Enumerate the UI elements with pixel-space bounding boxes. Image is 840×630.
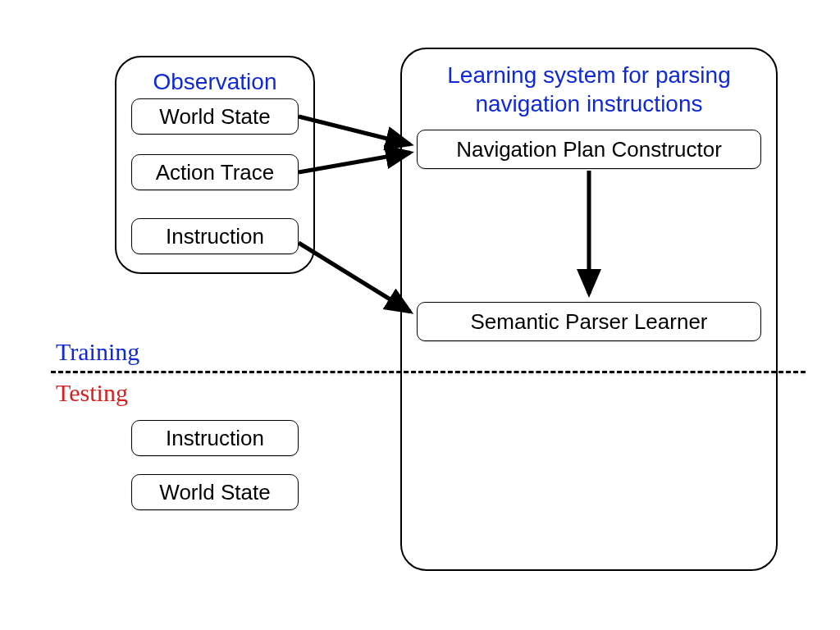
node-world-state: World State — [131, 98, 299, 135]
observation-title: Observation — [116, 67, 313, 96]
node-instruction: Instruction — [131, 218, 299, 254]
node-nav-plan-constructor: Navigation Plan Constructor — [417, 130, 761, 169]
node-action-trace: Action Trace — [131, 154, 299, 190]
phase-divider — [51, 371, 806, 373]
learning-system-title: Learning system for parsing navigation i… — [402, 61, 776, 118]
node-semantic-parser-learner: Semantic Parser Learner — [417, 302, 761, 341]
svg-line-2 — [299, 243, 410, 312]
svg-line-1 — [299, 153, 410, 172]
phase-training-label: Training — [56, 338, 139, 366]
learning-system-title-line2: navigation instructions — [475, 91, 702, 116]
node-testing-world-state: World State — [131, 474, 299, 510]
node-testing-instruction: Instruction — [131, 420, 299, 456]
learning-system-title-line1: Learning system for parsing — [447, 62, 731, 88]
svg-line-0 — [299, 116, 410, 144]
phase-testing-label: Testing — [56, 379, 128, 407]
